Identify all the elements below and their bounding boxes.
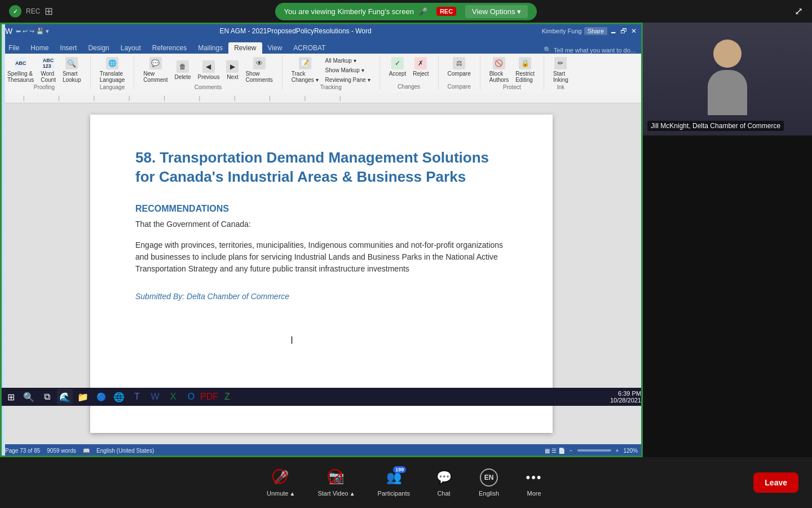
track-changes-button[interactable]: 📝 TrackChanges ▾ [289,56,321,84]
search-tell-me[interactable]: 🔍 Tell me what you want to do... [539,46,640,54]
abc-count-icon: ABC123 [42,57,55,69]
tell-me-text: Tell me what you want to do... [554,47,636,54]
word-logo-icon: W [5,27,12,36]
start-video-label-row: Start Video ▲ [317,490,355,497]
proofing-group-label: Proofing [34,84,55,90]
zoom-plus-button[interactable]: + [616,448,619,454]
more-button[interactable]: ••• More [511,464,557,501]
language-group-label: Language [100,84,125,90]
start-inking-label: StartInking [553,71,568,83]
prev-comment-button[interactable]: ◀ Previous [196,59,222,81]
tab-acrobat[interactable]: ACROBAT [288,42,331,54]
zoom-slider[interactable] [577,449,611,452]
spelling-button[interactable]: ABC Spelling &Thesaurus [5,56,36,84]
reviewing-pane-button[interactable]: Reviewing Pane ▾ [323,76,373,84]
delete-comment-button[interactable]: 🗑 Delete [173,59,193,81]
pdf-button[interactable]: PDF [201,389,217,405]
tracking-buttons: 📝 TrackChanges ▾ All Markup ▾ Show Marku… [289,56,373,84]
accept-button[interactable]: ✓ Accept [387,56,409,78]
chrome-button[interactable]: 🔵 [93,389,109,405]
main-area: W ⬅ ↩ ↪ 💾 ▾ EN AGM - 2021ProposedPolicyR… [0,23,812,457]
excel-button[interactable]: X [165,389,181,405]
track-changes-icon: 📝 [299,57,311,69]
accept-label: Accept [389,71,407,77]
top-left-controls: ✓ REC ⊞ [9,5,53,17]
tab-home[interactable]: Home [25,42,54,54]
minimize-button[interactable]: 🗕 [610,27,617,35]
search-taskbar-button[interactable]: 🔍 [21,389,37,405]
leave-button[interactable]: Leave [753,472,798,493]
show-markup-button[interactable]: Show Markup ▾ [323,66,373,75]
recommendations-subtext: That the Government of Canada: [135,218,508,230]
text-cursor: I [290,335,293,347]
translate-button[interactable]: 🌐 TranslateLanguage [98,56,127,84]
close-button[interactable]: ✕ [630,27,638,35]
explorer-button[interactable]: 📁 [75,389,91,405]
minimize-icon[interactable]: ⤢ [795,6,803,17]
compare-button[interactable]: ⚖ Compare [445,56,473,78]
participants-icon: 👥 199 [385,468,403,487]
tab-references[interactable]: References [147,42,192,54]
windows-taskbar: ⊞ 🔍 ⧉ 🌊 📁 🔵 🌐 T W X O PDF Z 6:39 PM 10/2… [1,388,643,406]
word-taskbar-button[interactable]: W [147,389,163,405]
camera-icon: 📷 [329,470,344,485]
tab-view[interactable]: View [262,42,288,54]
restore-button[interactable]: 🗗 [620,27,628,35]
word-ruler: |||||||||| [1,93,642,103]
all-markup-button[interactable]: All Markup ▾ [323,56,373,65]
ruler-marks: |||||||||| [1,93,642,103]
teams-button[interactable]: T [129,389,145,405]
edge-button[interactable]: 🌊 [57,389,73,405]
tab-review[interactable]: Review [228,42,262,54]
restrict-editing-button[interactable]: 🔒 RestrictEditing [513,56,537,84]
muted-indicator [272,469,287,484]
language-globe-icon: EN [480,468,498,487]
english-button[interactable]: EN English [466,464,511,501]
view-options-button[interactable]: View Options ▾ [465,5,528,18]
video-person-background [643,23,812,135]
word-count-button[interactable]: ABC123 WordCount [38,56,58,84]
tab-file[interactable]: File [3,42,25,54]
ribbon-group-ink: ✏ StartInking Ink [551,56,577,90]
ribbon-group-protect: 🚫 BlockAuthors 🔒 RestrictEditing Protect [487,56,544,90]
tab-mailings[interactable]: Mailings [192,42,228,54]
zoom-taskbar-button[interactable]: Z [219,389,235,405]
ribbon-group-comments: 💬 NewComment 🗑 Delete ◀ Previous ▶ [141,56,283,90]
status-right: ▦ ☰ 📄 − + 120% [545,448,638,454]
block-authors-label: BlockAuthors [489,71,509,83]
protect-buttons: 🚫 BlockAuthors 🔒 RestrictEditing [487,56,537,84]
start-video-button[interactable]: 📷 Start Video ▲ [306,464,366,501]
outlook-button[interactable]: O [183,389,199,405]
chevron-down-icon: ▾ [517,7,521,16]
changes-buttons: ✓ Accept ✗ Reject [387,56,431,78]
smart-lookup-label: SmartLookup [63,71,81,83]
block-authors-button[interactable]: 🚫 BlockAuthors [487,56,511,84]
taskview-button[interactable]: ⧉ [39,389,55,405]
start-button[interactable]: ⊞ [3,389,19,405]
new-comment-button[interactable]: 💬 NewComment [141,56,170,84]
unmute-button[interactable]: 🎤 Unmute ▲ [255,464,306,501]
cursor-icon: I [290,335,293,346]
comments-group-label: Comments [195,84,222,90]
participants-button[interactable]: 👥 199 Participants [367,464,421,501]
next-comment-button[interactable]: ▶ Next [224,59,241,81]
share-button[interactable]: Share [584,27,607,35]
english-label: English [479,490,499,497]
edge2-button[interactable]: 🌐 [111,389,127,405]
mic-icon: 🎤 [418,7,427,16]
word-window-controls: Kimberly Fung Share 🗕 🗗 ✕ [542,27,638,35]
chat-button[interactable]: 💬 Chat [421,464,466,501]
show-comments-icon: 👁 [253,57,266,69]
show-comments-button[interactable]: 👁 ShowComments [243,56,275,84]
view-options-label: View Options [472,7,515,16]
tab-insert[interactable]: Insert [54,42,82,54]
tab-layout[interactable]: Layout [115,42,147,54]
tab-design[interactable]: Design [82,42,114,54]
unmute-label: Unmute [267,490,289,497]
smart-lookup-button[interactable]: 🔍 SmartLookup [60,56,83,84]
reject-button[interactable]: ✗ Reject [411,56,431,78]
video-chevron-icon: ▲ [350,491,355,497]
word-page: 58. Transportation Demand Management Sol… [90,115,553,433]
start-inking-button[interactable]: ✏ StartInking [551,56,571,84]
zoom-minus-button[interactable]: − [570,448,573,454]
